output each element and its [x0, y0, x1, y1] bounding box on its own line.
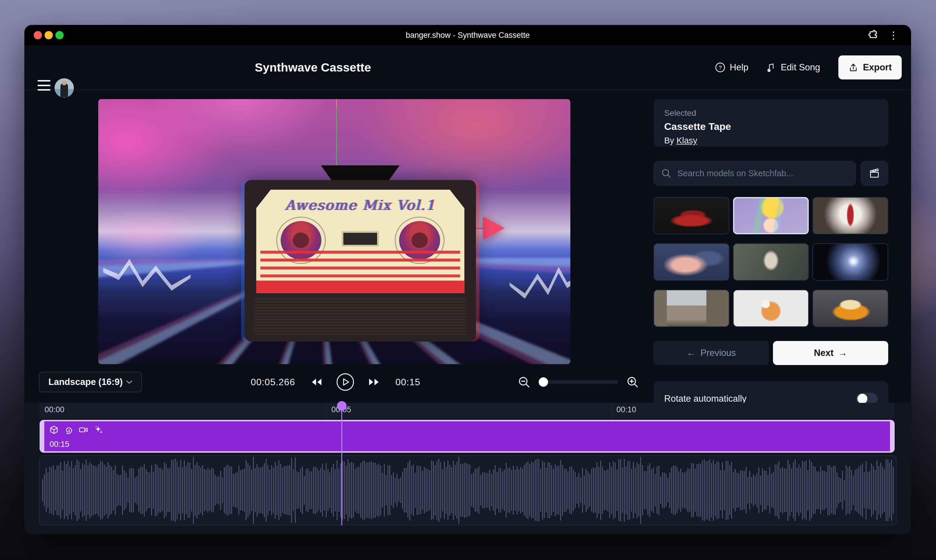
rewind-button[interactable] [308, 377, 323, 387]
author-link[interactable]: Klasy [676, 136, 697, 145]
timeline-zoom-slider[interactable] [539, 380, 618, 384]
video-preview-viewport[interactable]: Awesome Mix Vol.1 [98, 99, 570, 364]
ruler-tick-10: 00:10 [616, 405, 636, 414]
model-thumb-shiba-dog[interactable] [733, 290, 809, 327]
selected-label: Selected [664, 108, 878, 118]
model-thumb-airship-in-clouds[interactable] [654, 243, 729, 281]
model-thumbnail-grid [654, 197, 888, 327]
music-note-icon [767, 62, 776, 73]
titlebar: banger.show - Synthwave Cassette ⋮ [24, 25, 911, 45]
app-window: banger.show - Synthwave Cassette ⋮ Synth… [24, 25, 911, 534]
timeline-panel: 00:00 00:05 00:10 [24, 403, 911, 534]
zoom-in-icon[interactable] [626, 375, 639, 388]
camera-icon [78, 425, 89, 435]
clip-duration: 00:15 [49, 440, 69, 449]
chevron-down-icon [124, 377, 134, 387]
model-thumb-red-sports-car[interactable] [654, 197, 729, 234]
extensions-icon[interactable] [868, 29, 879, 41]
cassette-title-text: Awesome Mix Vol.1 [256, 197, 465, 213]
search-input[interactable] [677, 168, 848, 178]
spiral-icon [64, 425, 74, 435]
window-title: banger.show - Synthwave Cassette [406, 25, 530, 45]
model-thumb-red-cloak-warrior[interactable] [813, 197, 888, 234]
zoom-slider-knob[interactable] [539, 377, 548, 387]
play-button[interactable] [336, 373, 354, 391]
arrow-left-icon [687, 348, 696, 358]
model-thumb-skull[interactable] [733, 243, 809, 281]
cassette-tape-model[interactable]: Awesome Mix Vol.1 [245, 180, 476, 342]
selected-model-name: Cassette Tape [664, 121, 878, 132]
page-title: Synthwave Cassette [255, 45, 371, 89]
zoom-window-button[interactable] [55, 31, 64, 39]
model-thumb-city-street[interactable] [654, 290, 729, 327]
red-arrow [483, 216, 505, 240]
ruler-tick-0: 00:00 [45, 405, 65, 414]
aspect-ratio-select[interactable]: Landscape (16:9) [39, 372, 142, 392]
zoom-out-icon[interactable] [517, 375, 530, 388]
cassette-label: Awesome Mix Vol.1 [256, 190, 465, 293]
cube-icon [49, 425, 59, 435]
minimize-window-button[interactable] [45, 31, 53, 39]
clapperboard-button[interactable] [861, 161, 888, 186]
previous-button[interactable]: Previous [654, 341, 769, 365]
header: Synthwave Cassette ? Help Edit Song [24, 45, 911, 89]
export-button[interactable]: Export [838, 55, 902, 80]
help-button[interactable]: ? Help [714, 62, 749, 73]
upload-icon [848, 62, 858, 72]
model-thumb-cartoon-car[interactable] [813, 290, 888, 327]
scene-clip[interactable]: 00:15 [40, 420, 894, 453]
edit-song-button[interactable]: Edit Song [767, 62, 820, 73]
search-box [654, 161, 856, 186]
search-icon [661, 168, 671, 178]
timeline-ruler[interactable]: 00:00 00:05 00:10 [40, 403, 894, 418]
rotate-label: Rotate automatically [664, 394, 747, 404]
svg-text:?: ? [719, 65, 722, 71]
playhead-handle[interactable] [337, 401, 346, 411]
clapperboard-icon [868, 168, 880, 179]
audio-waveform[interactable] [39, 455, 897, 525]
avatar[interactable] [55, 78, 74, 98]
selected-model-author: By Klasy [664, 136, 878, 145]
model-thumb-anime-girl[interactable] [733, 197, 809, 234]
menu-icon[interactable] [37, 80, 51, 91]
next-button[interactable]: Next [773, 341, 888, 365]
browser-menu-icon[interactable]: ⋮ [888, 29, 899, 41]
playhead-line [341, 405, 342, 525]
selected-model-card: Selected Cassette Tape By Klasy [654, 99, 888, 146]
model-sidebar: Selected Cassette Tape By Klasy [654, 99, 888, 146]
model-thumb-spiral-galaxy[interactable] [813, 243, 888, 281]
total-duration: 00:15 [395, 377, 420, 388]
close-window-button[interactable] [34, 31, 42, 39]
arrow-right-icon [838, 348, 847, 358]
current-time: 00:05.266 [248, 377, 295, 388]
sparkles-icon [94, 425, 103, 435]
fast-forward-button[interactable] [368, 377, 382, 387]
help-icon: ? [714, 62, 726, 73]
